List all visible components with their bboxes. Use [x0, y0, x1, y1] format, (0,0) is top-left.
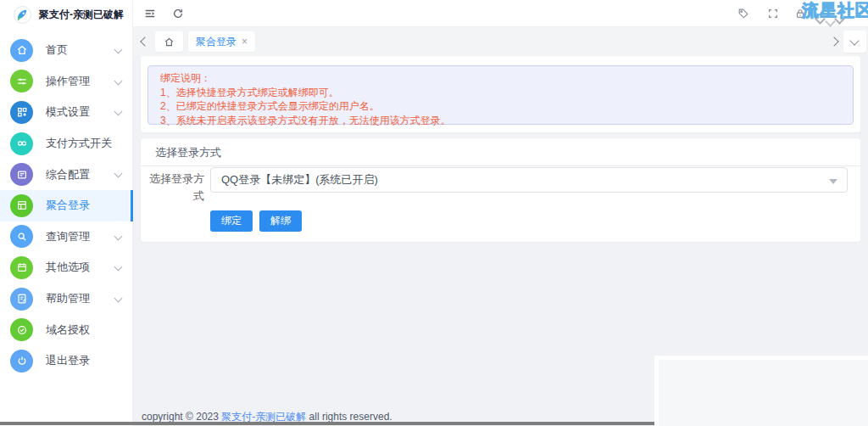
tabs-scroll-right-icon[interactable] — [829, 36, 838, 46]
sidebar-item-label: 模式设置 — [46, 104, 90, 120]
tag-icon[interactable] — [737, 8, 749, 20]
tab-strip: 聚合登录 × — [133, 27, 868, 55]
sidebar-item-mode-settings[interactable]: 模式设置 — [0, 97, 133, 128]
fullscreen-icon[interactable] — [767, 8, 779, 20]
sidebar-item-help[interactable]: 帮助管理 — [0, 283, 133, 315]
search-icon — [10, 225, 33, 248]
bottom-scrollbar[interactable] — [0, 422, 654, 425]
sidebar-item-label: 首页 — [46, 42, 68, 58]
calendar-icon — [10, 256, 33, 279]
chevron-down-icon — [849, 36, 859, 45]
check-icon — [10, 318, 33, 341]
login-method-select[interactable]: QQ登录【未绑定】(系统已开启) — [210, 167, 848, 193]
sidebar-item-label: 查询管理 — [46, 229, 90, 244]
chevron-down-icon — [114, 46, 123, 54]
config-icon — [10, 163, 33, 186]
sidebar-item-label: 综合配置 — [46, 167, 90, 182]
grid-icon — [10, 101, 33, 124]
notice-line: 1、选择快捷登录方式绑定或解绑即可。 — [160, 86, 841, 100]
switch-icon — [10, 132, 33, 155]
login-method-card: 选择登录方式 选择登录方式 QQ登录【未绑定】(系统已开启) 绑定 解绑 — [141, 138, 860, 242]
tabs-dropdown-button[interactable] — [843, 31, 866, 53]
sidebar-item-label: 帮助管理 — [46, 291, 90, 306]
select-value: QQ登录【未绑定】(系统已开启) — [221, 172, 378, 188]
tab-aggregate-login[interactable]: 聚合登录 × — [188, 31, 255, 52]
overlay-panel — [654, 356, 868, 426]
power-icon — [10, 350, 33, 373]
sidebar-item-label: 操作管理 — [46, 74, 90, 89]
chevron-down-icon — [114, 170, 123, 178]
copyright-suffix: all rights reserved. — [309, 411, 392, 423]
sidebar-menu: 首页 操作管理 模式设置 支付方式开关 — [0, 35, 133, 377]
home-tab-button[interactable] — [155, 31, 183, 52]
notice-line: 3、系统未开启表示该登录方式没有开放，无法使用该方式登录。 — [160, 114, 841, 128]
chevron-down-icon — [114, 294, 123, 302]
chevron-down-icon — [114, 108, 123, 116]
unbind-button[interactable]: 解绑 — [259, 210, 302, 232]
sidebar: 聚支付-亲测已破解 首页 操作管理 模式设置 — [0, 0, 133, 426]
tab-label: 聚合登录 — [196, 35, 236, 49]
sidebar-item-query[interactable]: 查询管理 — [0, 221, 133, 253]
app-title: 聚支付-亲测已破解 — [39, 8, 124, 22]
notice-card: 绑定说明： 1、选择快捷登录方式绑定或解绑即可。 2、已绑定的快捷登录方式会显示… — [141, 56, 860, 132]
tabs-scroll-left-icon[interactable] — [140, 36, 149, 46]
binding-notice: 绑定说明： 1、选择快捷登录方式绑定或解绑即可。 2、已绑定的快捷登录方式会显示… — [147, 65, 854, 125]
home-icon — [10, 39, 33, 62]
rocket-logo-icon — [14, 6, 31, 24]
field-label: 选择登录方式 — [147, 171, 204, 205]
sidebar-item-label: 域名授权 — [46, 322, 90, 338]
login-icon — [10, 194, 33, 217]
close-tab-icon[interactable]: × — [242, 36, 248, 47]
help-doc-icon — [10, 288, 33, 311]
sidebar-item-home[interactable]: 首页 — [0, 35, 133, 66]
sidebar-item-aggregate-login[interactable]: 聚合登录 — [0, 190, 133, 221]
chevron-down-icon — [114, 76, 123, 85]
sidebar-item-operations[interactable]: 操作管理 — [0, 66, 133, 98]
chevron-down-icon — [114, 232, 123, 240]
sidebar-item-general-config[interactable]: 综合配置 — [0, 159, 133, 190]
refresh-icon[interactable] — [172, 8, 184, 20]
sidebar-item-domain-auth[interactable]: 域名授权 — [0, 314, 133, 345]
topbar — [133, 0, 868, 27]
notice-line: 2、已绑定的快捷登录方式会显示绑定的用户名。 — [160, 99, 841, 114]
bind-button[interactable]: 绑定 — [210, 210, 253, 232]
sidebar-item-other-options[interactable]: 其他选项 — [0, 252, 133, 283]
sidebar-item-label: 其他选项 — [46, 260, 90, 275]
sidebar-item-label: 退出登录 — [46, 353, 90, 368]
chevron-down-icon — [114, 263, 123, 272]
home-icon — [164, 36, 175, 48]
sliders-icon — [10, 70, 33, 92]
sidebar-item-label: 支付方式开关 — [46, 136, 112, 151]
sidebar-item-payment-switch[interactable]: 支付方式开关 — [0, 128, 133, 160]
sidebar-item-logout[interactable]: 退出登录 — [0, 345, 133, 377]
copyright-prefix: copyright © 2023 — [142, 411, 219, 423]
lock-icon[interactable] — [794, 8, 806, 20]
collapse-sidebar-icon[interactable] — [144, 8, 156, 20]
copyright-link[interactable]: 聚支付-亲测已破解 — [221, 411, 306, 423]
app-logo-row[interactable]: 聚支付-亲测已破解 — [0, 0, 133, 29]
notice-title: 绑定说明： — [160, 71, 841, 86]
sidebar-item-label: 聚合登录 — [46, 198, 90, 213]
card-title: 选择登录方式 — [141, 138, 860, 166]
select-caret-icon — [829, 179, 837, 184]
